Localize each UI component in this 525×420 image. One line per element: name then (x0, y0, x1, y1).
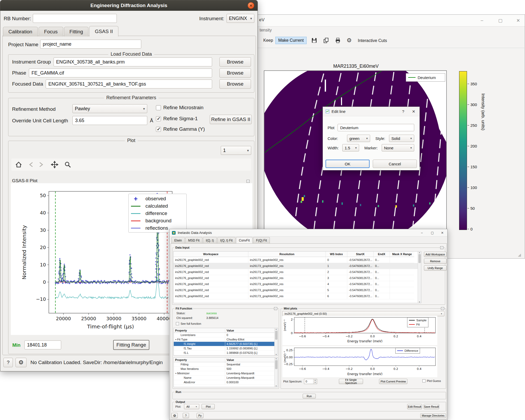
edit-line-titlebar[interactable]: Edit line ? ✕ (323, 107, 419, 116)
table-scrollbar[interactable]: ▲▼ (274, 328, 278, 355)
save-result-button[interactable]: Save Result (424, 404, 439, 409)
table-row[interactable]: irs26176_graphite002_red irs26173_graphi… (174, 275, 421, 281)
style-select[interactable]: Solid▾ (389, 135, 414, 142)
copy-icon[interactable] (322, 37, 330, 44)
tab[interactable]: I(Q, t) (203, 237, 217, 243)
column-header[interactable]: EndX (374, 251, 390, 257)
spinner-arrows[interactable]: ▲▼ (313, 379, 317, 384)
table-row[interactable]: irs26176_graphite002_red irs26173_graphi… (174, 281, 421, 287)
pan-icon[interactable] (51, 161, 59, 170)
property-row[interactable]: ▼Minimizer Levenberg-Marquardt (174, 371, 278, 376)
edit-result-button[interactable]: Edit Result (407, 404, 422, 409)
refinement-method-select[interactable]: Pawley▾ (72, 104, 147, 113)
detach-icon[interactable]: ⌕ (441, 307, 444, 310)
color-select[interactable]: green▾ (347, 135, 370, 142)
preview-workspace-select[interactable]: irs26176_graphite002_red (0-50)▾ (282, 311, 444, 316)
window-titlebar[interactable]: Engineering Diffraction Analysis ✕ (0, 0, 258, 11)
add-workspace-button[interactable]: Add Workspace (424, 252, 447, 257)
property-row[interactable]: Lorentzians 0 (174, 333, 278, 337)
minimize-icon[interactable]: – (478, 17, 486, 24)
property-row[interactable]: f1.L 1.089868 (0.037623) [L] (174, 351, 278, 355)
close-icon[interactable]: ✕ (439, 230, 445, 235)
table-scrollbar[interactable]: ▲▼ (274, 358, 278, 387)
difference-legend[interactable]: Difference (395, 348, 420, 354)
browse-button[interactable]: Browse (219, 79, 251, 89)
python-button[interactable]: Py (197, 413, 203, 418)
refine-sigma-checkbox[interactable] (156, 116, 161, 121)
refine-gamma-checkbox[interactable] (156, 127, 161, 132)
workspace-table[interactable]: WorkspaceResolutionWS IndexStartXEndXMas… (173, 251, 421, 303)
plot-name-input[interactable]: Deuterium (338, 124, 414, 131)
detach-icon[interactable]: ⌕ (246, 180, 250, 183)
settings-gear-button[interactable]: ⚙ (171, 413, 178, 418)
rb-number-input[interactable] (33, 14, 117, 23)
width-select[interactable]: 1.5▾ (342, 144, 359, 151)
ida-titlebar[interactable]: Inelastic Data Analysis – ▢ ✕ (170, 229, 447, 237)
maximize-icon[interactable]: ▢ (429, 230, 435, 235)
property-row[interactable]: f1.Tau 1.159992 (0.083896) [L] (174, 346, 278, 351)
tab[interactable]: Elwin (171, 237, 185, 243)
property-row[interactable]: f1.Height 4.562577 (0.503735) [L] (174, 342, 278, 346)
detach-icon[interactable]: ⌕ (440, 246, 443, 249)
tab[interactable]: Fitting (64, 27, 89, 36)
tab[interactable]: Calibration (3, 27, 38, 36)
refine-in-gsas-button[interactable]: Refine in GSAS II (210, 115, 252, 124)
settings-gear-button[interactable]: ⚙ (15, 358, 27, 367)
tab[interactable]: I(Q, t) Fit (217, 237, 235, 243)
minimize-icon[interactable]: – (419, 230, 425, 235)
file-path-input[interactable]: ENGINX_305761_307521_all_banks_TOF.gss (46, 80, 212, 88)
table-row[interactable]: irs26176_graphite002_red irs26173_graphi… (174, 257, 421, 263)
dialog-close-icon[interactable]: ✕ (412, 109, 415, 114)
slice-titlebar[interactable]: eV – ▢ ✕ (237, 15, 525, 27)
detach-icon[interactable]: ⌕ (274, 307, 277, 310)
column-header[interactable]: Mask X Range (390, 251, 414, 257)
bank-select[interactable]: 1▾ (221, 146, 251, 155)
print-icon[interactable] (334, 37, 342, 44)
fit-single-spectrum-button[interactable]: Fit Single Spectrum (339, 379, 363, 384)
tab[interactable]: F(Q) Fit (253, 237, 270, 243)
marker-select[interactable]: None▾ (382, 144, 414, 151)
interactive-cuts-button[interactable]: Interactive Cuts (358, 38, 387, 43)
preview-legend[interactable]: Sample Fit (407, 317, 428, 327)
resize-grip[interactable]: ◢ (518, 253, 521, 257)
table-row[interactable]: irs26176_graphite002_red irs26173_graphi… (174, 287, 421, 293)
fit-settings-table[interactable]: Property Value Fitting Sequential Max It… (174, 357, 278, 387)
help-button[interactable]: ? (3, 358, 13, 367)
file-path-input[interactable]: ENGINX_305738_all_banks.prm (54, 57, 212, 66)
refine-microstrain-checkbox[interactable] (156, 105, 161, 110)
table-row[interactable]: irs26176_graphite002_red irs26173_graphi… (174, 263, 421, 269)
save-icon[interactable] (311, 37, 318, 44)
min-input[interactable]: 18401.18 (24, 340, 61, 349)
table-row[interactable]: irs26176_graphite002_red irs26173_graphi… (174, 293, 421, 299)
property-row[interactable]: Max Iterations 500 (174, 367, 278, 371)
help-button[interactable]: ? (183, 413, 189, 418)
table-scrollbar[interactable]: ▲▼ (418, 251, 421, 303)
table-row[interactable]: irs26176_graphite002_red irs26173_graphi… (174, 269, 421, 275)
maximize-icon[interactable]: ▢ (496, 17, 504, 24)
project-name-input[interactable]: project_name (40, 40, 141, 49)
property-row[interactable]: AbsError 0.000100 (174, 380, 278, 385)
gear-icon[interactable]: ⚙ (345, 37, 353, 44)
fit-property-table[interactable]: Property Value Lorentzians 0 ▼Fit Type C… (174, 328, 278, 356)
output-plot-select[interactable]: All▾ (184, 404, 199, 409)
plot-spectrum-spinner[interactable]: 0 ▲▼ (304, 379, 317, 384)
fitting-range-button[interactable]: Fitting Range (113, 340, 149, 350)
file-path-input[interactable]: FE_GAMMA.cif (29, 69, 212, 77)
tab[interactable]: GSAS II (89, 26, 118, 36)
plot-current-preview-button[interactable]: Plot Current Preview (379, 379, 407, 384)
cancel-button[interactable]: Cancel (373, 160, 417, 168)
zoom-icon[interactable] (64, 161, 72, 170)
property-row[interactable]: ▼Fit Type Chudley-Elliot (174, 337, 278, 342)
tab[interactable]: ConvFit (236, 237, 253, 243)
forward-icon[interactable] (37, 161, 45, 170)
run-button[interactable]: Run (303, 394, 316, 398)
instrument-select[interactable]: ENGINX▾ (227, 14, 254, 23)
unit-cell-input[interactable]: 3.65 (72, 116, 147, 125)
column-header[interactable]: WS Index (326, 251, 347, 257)
ok-button[interactable]: OK (326, 160, 370, 168)
back-icon[interactable] (27, 161, 35, 170)
close-button[interactable]: ✕ (248, 2, 254, 9)
browse-button[interactable]: Browse (219, 68, 251, 78)
home-icon[interactable] (15, 161, 23, 170)
see-full-function-checkbox[interactable] (176, 322, 179, 325)
